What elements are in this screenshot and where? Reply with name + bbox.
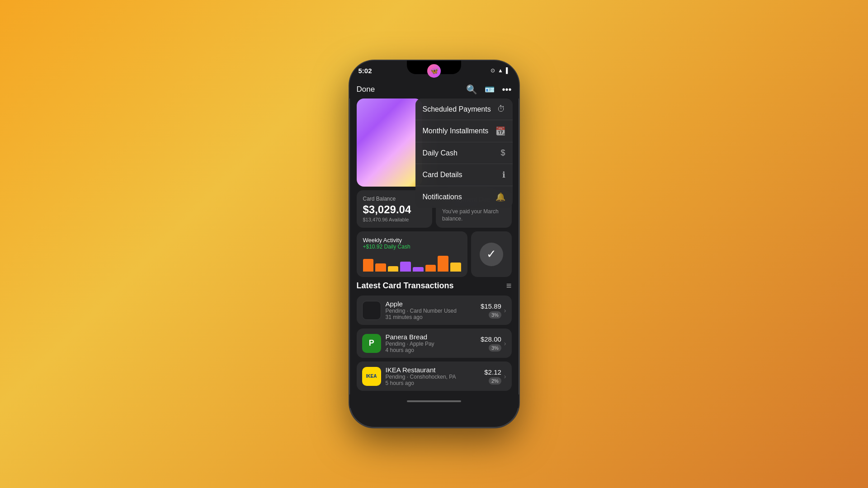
transaction-amount-panera: $28.00 — [481, 335, 501, 343]
panera-icon: P — [369, 338, 374, 348]
home-bar — [407, 400, 461, 402]
dropdown-menu: Scheduled Payments ⏱ Monthly Installment… — [415, 99, 513, 208]
balance-available: $13,470.96 Available — [363, 217, 426, 222]
chart-bar — [438, 256, 448, 272]
transaction-panera[interactable]: P Panera Bread Pending · Apple Pay 4 hou… — [357, 328, 512, 358]
transaction-detail2-apple: 31 minutes ago — [386, 314, 481, 320]
transaction-detail1-ikea: Pending · Conshohocken, PA — [386, 374, 485, 380]
transaction-name-panera: Panera Bread — [386, 333, 481, 341]
transaction-detail1-apple: Pending · Card Number Used — [386, 308, 481, 314]
activity-title: Weekly Activity — [363, 237, 461, 244]
nav-icons: 🔍 🪪 ••• — [466, 84, 511, 95]
battery-bar: ▌ — [506, 67, 510, 74]
done-button[interactable]: Done — [357, 85, 375, 94]
transaction-detail2-panera: 4 hours ago — [386, 347, 481, 353]
card-area: Scheduled Payments ⏱ Monthly Installment… — [357, 99, 512, 187]
chart-bar — [363, 259, 374, 272]
transaction-apple[interactable]: Apple Pending · Card Number Used 31 minu… — [357, 296, 512, 325]
chevron-panera: › — [504, 340, 506, 347]
info-icon: ℹ — [502, 170, 505, 180]
transaction-amount-ikea: $2.12 — [484, 368, 501, 376]
transaction-cashback-panera: 3% — [489, 344, 501, 352]
chart-bar — [413, 267, 424, 272]
transaction-info-ikea: IKEA Restaurant Pending · Conshohocken, … — [386, 366, 485, 386]
transaction-amount-apple: $15.89 — [481, 302, 501, 310]
home-indicator — [349, 394, 519, 408]
clock-icon: ⏱ — [497, 104, 505, 114]
transaction-right-ikea: $2.12 2% — [484, 368, 501, 385]
chart-bar — [375, 263, 386, 272]
balance-amount: $3,029.04 — [363, 204, 426, 216]
search-icon[interactable]: 🔍 — [466, 84, 477, 95]
transaction-name-ikea: IKEA Restaurant — [386, 366, 485, 374]
payment-complete-card: ✓ — [471, 231, 512, 277]
chart-bar — [425, 265, 436, 272]
transactions-header: Latest Card Transactions ≡ — [357, 281, 512, 291]
dollar-icon: $ — [500, 148, 505, 158]
ikea-logo: IKEA — [362, 367, 381, 386]
ikea-icon: IKEA — [366, 374, 377, 379]
more-icon[interactable]: ••• — [502, 84, 511, 95]
dropdown-scheduled-payments[interactable]: Scheduled Payments ⏱ — [415, 99, 513, 120]
bar-chart — [363, 253, 461, 272]
status-icons: ⊙ ▲ ▌ — [491, 67, 509, 74]
dropdown-monthly-installments[interactable]: Monthly Installments 📆 — [415, 120, 513, 142]
transaction-right-apple: $15.89 3% — [481, 302, 501, 319]
transactions-section: Latest Card Transactions ≡ Apple Pending… — [357, 281, 512, 394]
transactions-title: Latest Card Transactions — [357, 281, 454, 291]
transaction-ikea[interactable]: IKEA IKEA Restaurant Pending · Conshohoc… — [357, 361, 512, 391]
apple-card — [357, 99, 422, 187]
transaction-detail2-ikea: 5 hours ago — [386, 380, 485, 386]
battery-icon: ⊙ — [491, 67, 495, 74]
chevron-ikea: › — [504, 373, 506, 380]
transaction-cashback-apple: 3% — [489, 311, 501, 319]
chevron-apple: › — [504, 307, 506, 314]
status-time: 5:02 — [359, 67, 372, 75]
chart-bar — [388, 266, 399, 272]
chart-bar — [400, 262, 411, 272]
nav-bar: Done 🔍 🪪 ••• — [349, 80, 519, 99]
payment-subtitle: You've paid your March balance. — [442, 208, 505, 222]
phone-frame: 5:02 🦋 ⊙ ▲ ▌ Done 🔍 🪪 ••• Scheduled Paym… — [349, 61, 519, 427]
apple-logo — [362, 301, 381, 320]
chart-bar — [450, 263, 461, 272]
transaction-right-panera: $28.00 3% — [481, 335, 501, 352]
activity-subtitle: +$10.92 Daily Cash — [363, 244, 461, 250]
transaction-info-panera: Panera Bread Pending · Apple Pay 4 hours… — [386, 333, 481, 353]
card-icon[interactable]: 🪪 — [485, 84, 495, 94]
activity-card: Weekly Activity +$10.92 Daily Cash — [357, 231, 467, 277]
transaction-info-apple: Apple Pending · Card Number Used 31 minu… — [386, 300, 481, 320]
transaction-cashback-ikea: 2% — [489, 377, 501, 385]
transaction-name-apple: Apple — [386, 300, 481, 308]
panera-logo: P — [362, 334, 381, 353]
filter-icon[interactable]: ≡ — [506, 281, 512, 291]
transaction-detail1-panera: Pending · Apple Pay — [386, 341, 481, 347]
wifi-icon: ▲ — [498, 67, 503, 74]
dropdown-card-details[interactable]: Card Details ℹ — [415, 164, 513, 186]
activity-row: Weekly Activity +$10.92 Daily Cash ✓ — [357, 231, 512, 277]
bell-icon: 🔔 — [495, 192, 505, 202]
calendar-icon: 📆 — [495, 126, 505, 136]
dropdown-notifications[interactable]: Notifications 🔔 — [415, 186, 513, 208]
dropdown-daily-cash[interactable]: Daily Cash $ — [415, 142, 513, 164]
checkmark-icon: ✓ — [480, 243, 503, 266]
